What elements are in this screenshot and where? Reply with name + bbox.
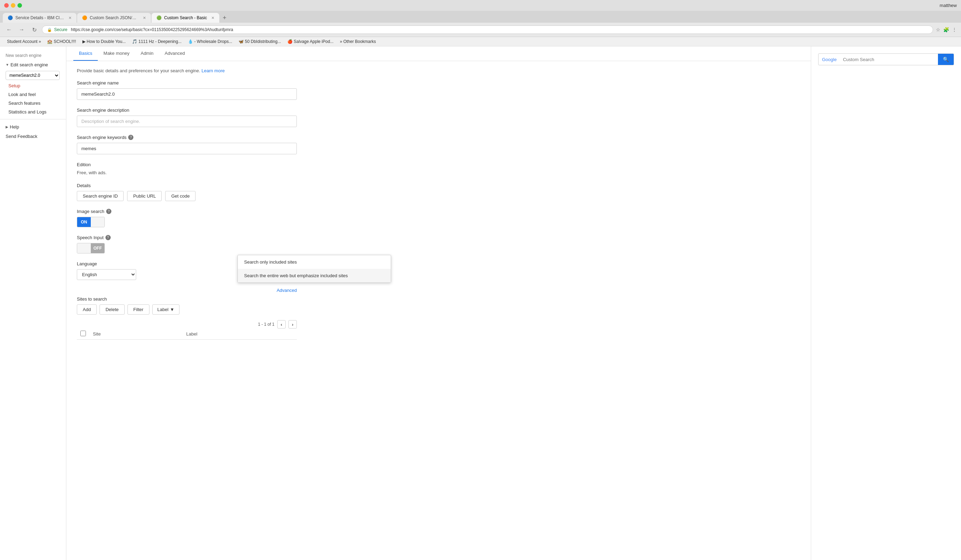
user-name: matthew: [940, 3, 957, 8]
tab1-favicon: 🔵: [8, 15, 13, 20]
delete-button[interactable]: Delete: [100, 305, 125, 314]
engine-desc-input[interactable]: [77, 116, 297, 127]
image-search-help-icon[interactable]: ?: [106, 209, 111, 214]
preview-panel: Google 🔍: [811, 47, 961, 560]
dropdown-option-1[interactable]: Search only included sites: [238, 255, 391, 269]
engine-name-label: Search engine name: [77, 80, 356, 85]
dropdown-option-2[interactable]: Search the entire web but emphasize incl…: [238, 269, 391, 282]
image-search-off-side[interactable]: [91, 217, 104, 227]
sidebar-send-feedback[interactable]: Send Feedback: [0, 132, 66, 141]
secure-icon: 🔒: [47, 27, 52, 32]
pagination-text: 1 - 1 of 1: [258, 322, 275, 327]
details-label: Details: [77, 183, 356, 188]
tab-service-details[interactable]: 🔵 Service Details - IBM Cloud ✕: [3, 13, 77, 23]
new-search-engine-label: New search engine: [6, 53, 42, 58]
bookmark-student-account[interactable]: Student Account »: [4, 39, 43, 45]
learn-more-link[interactable]: Learn more: [201, 68, 225, 73]
bookmark-1111hz[interactable]: 🎵 1111 Hz - Deepening...: [129, 39, 184, 45]
public-url-button[interactable]: Public URL: [127, 191, 162, 201]
speech-input-toggle-switch[interactable]: OFF: [77, 243, 105, 254]
sidebar-look-feel[interactable]: Look and feel: [0, 90, 66, 99]
tab-custom-search-basic[interactable]: 🟢 Custom Search - Basic ✕: [151, 13, 219, 23]
bookmark-school[interactable]: 🏫 SCHOOL!!!!: [44, 39, 79, 45]
engine-name-input[interactable]: [77, 88, 297, 100]
send-feedback-label: Send Feedback: [6, 134, 37, 139]
main-content: Basics Make money Admin Advanced Provide…: [66, 47, 961, 560]
bookmark-star-icon[interactable]: ☆: [936, 27, 940, 32]
sites-table: Site Label: [77, 329, 297, 340]
sidebar-new-search-engine[interactable]: New search engine: [0, 51, 66, 60]
bookmark-how-to-double[interactable]: ▶ How to Double You...: [80, 39, 129, 45]
get-code-button[interactable]: Get code: [165, 191, 196, 201]
reload-button[interactable]: ↻: [29, 25, 39, 35]
google-logo: Google: [818, 54, 840, 65]
image-search-group: Image search ? ON: [77, 209, 356, 227]
tab3-favicon: 🟢: [156, 15, 161, 20]
sidebar-statistics-logs[interactable]: Statistics and Logs: [0, 108, 66, 116]
address-input[interactable]: 🔒 Secure https://cse.google.com/cse/setu…: [42, 26, 933, 34]
new-tab-button[interactable]: +: [220, 14, 230, 22]
prev-page-button[interactable]: ‹: [277, 320, 286, 329]
label-dropdown-button[interactable]: Label ▼: [152, 305, 180, 314]
speech-input-off[interactable]: OFF: [91, 243, 104, 253]
close-traffic-light[interactable]: [4, 3, 9, 8]
help-expand-icon: ▶: [6, 125, 8, 129]
sidebar-divider: [0, 119, 66, 119]
tab1-close-icon[interactable]: ✕: [68, 16, 72, 20]
engine-desc-label: Search engine description: [77, 108, 356, 113]
engine-keywords-label: Search engine keywords ?: [77, 135, 356, 140]
back-button[interactable]: ←: [4, 25, 14, 35]
pagination-row: 1 - 1 of 1 ‹ ›: [77, 320, 297, 329]
preview-search-input[interactable]: [840, 54, 938, 65]
engine-select[interactable]: memeSearch2.0: [6, 71, 60, 80]
tab2-close-icon[interactable]: ✕: [143, 16, 146, 20]
tab-basics[interactable]: Basics: [73, 47, 98, 61]
tab-admin[interactable]: Admin: [135, 47, 159, 61]
forward-button[interactable]: →: [17, 25, 27, 35]
sidebar-setup[interactable]: Setup: [0, 81, 66, 90]
tab3-close-icon[interactable]: ✕: [211, 16, 214, 20]
engine-keywords-group: Search engine keywords ?: [77, 135, 356, 154]
tab-navigation: Basics Make money Admin Advanced: [66, 47, 811, 61]
url-text: https://cse.google.com/cse/setup/basic?c…: [71, 27, 233, 32]
speech-input-label: Speech Input ?: [77, 235, 356, 240]
secure-label: Secure: [54, 27, 67, 32]
minimize-traffic-light[interactable]: [11, 3, 15, 8]
filter-button[interactable]: Filter: [127, 305, 149, 314]
sidebar-help[interactable]: ▶ Help: [0, 122, 66, 132]
bookmark-salvage-apple[interactable]: 🍎 Salvage Apple iPod...: [284, 39, 336, 45]
bookmark-wholesale[interactable]: 💧 - Wholesale Drops...: [185, 39, 235, 45]
image-search-toggle-switch[interactable]: ON: [77, 217, 105, 227]
tab-make-money[interactable]: Make money: [98, 47, 135, 61]
label-column-header: Label: [183, 329, 297, 340]
extensions-icon[interactable]: 🧩: [943, 27, 949, 32]
sites-actions: Add Delete Filter Label ▼: [77, 305, 356, 314]
sidebar: New search engine ▼ Edit search engine m…: [0, 47, 66, 560]
site-column-header: Site: [89, 329, 183, 340]
search-engine-id-button[interactable]: Search engine ID: [77, 191, 124, 201]
tab-custom-search-json[interactable]: 🟠 Custom Search JSON/Atom A... ✕: [77, 13, 151, 23]
select-all-checkbox[interactable]: [80, 331, 86, 336]
bookmark-50db[interactable]: 🦋 50 DbIdistributing...: [236, 39, 284, 45]
sidebar-edit-engine[interactable]: ▼ Edit search engine: [0, 60, 66, 69]
keywords-help-icon[interactable]: ?: [128, 135, 133, 140]
add-button[interactable]: Add: [77, 305, 97, 314]
content-area: Basics Make money Admin Advanced Provide…: [66, 47, 811, 560]
edition-group: Edition Free, with ads.: [77, 162, 356, 175]
tab3-title: Custom Search - Basic: [164, 15, 207, 20]
speech-input-help-icon[interactable]: ?: [106, 235, 111, 240]
menu-icon[interactable]: ⋮: [952, 27, 957, 32]
tab-advanced[interactable]: Advanced: [159, 47, 191, 61]
advanced-link[interactable]: Advanced: [77, 288, 297, 293]
tab1-title: Service Details - IBM Cloud: [15, 15, 64, 20]
sidebar-search-features[interactable]: Search features: [0, 99, 66, 108]
bookmark-other[interactable]: » Other Bookmarks: [337, 39, 379, 45]
language-select[interactable]: English: [77, 269, 136, 280]
image-search-on[interactable]: ON: [77, 217, 91, 227]
engine-keywords-input[interactable]: [77, 143, 297, 154]
maximize-traffic-light[interactable]: [18, 3, 22, 8]
table-header-row: Site Label: [77, 329, 297, 340]
next-page-button[interactable]: ›: [288, 320, 297, 329]
speech-input-on-side[interactable]: [77, 243, 91, 253]
preview-search-button[interactable]: 🔍: [938, 54, 954, 65]
